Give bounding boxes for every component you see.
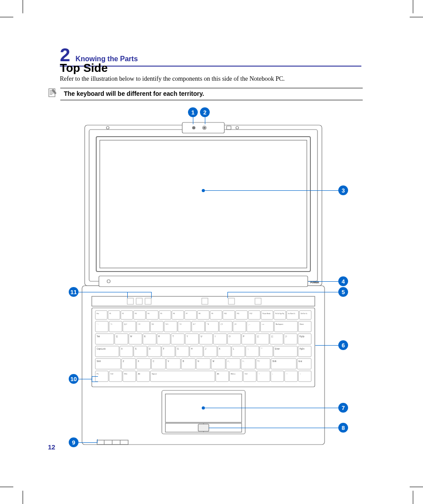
svg-text:@ 2: @ 2 bbox=[124, 323, 127, 325]
callout-2: 2 bbox=[200, 107, 210, 117]
crop-mark bbox=[23, 0, 23, 13]
svg-rect-18 bbox=[145, 298, 151, 304]
svg-text:M: M bbox=[212, 360, 214, 362]
svg-text:Z: Z bbox=[123, 360, 124, 362]
svg-text:Tab: Tab bbox=[97, 335, 100, 338]
svg-text:Q: Q bbox=[116, 335, 118, 338]
callout-3: 3 bbox=[338, 185, 348, 195]
svg-text:F5: F5 bbox=[161, 313, 162, 315]
svg-text:Del Scr Lk: Del Scr Lk bbox=[301, 313, 307, 315]
svg-text:Ctrl: Ctrl bbox=[245, 373, 247, 375]
crop-mark bbox=[413, 491, 413, 504]
svg-rect-69 bbox=[178, 321, 191, 332]
svg-text:Home: Home bbox=[300, 323, 304, 325]
svg-text:Esc: Esc bbox=[97, 313, 99, 315]
svg-rect-37 bbox=[184, 311, 196, 319]
svg-text:CapsLock: CapsLock bbox=[97, 348, 106, 350]
crop-mark bbox=[413, 0, 413, 13]
laptop-diagram: POWER EscF1F2F3F4F5F6F7F8F9F10F11F12Paus… bbox=[60, 106, 361, 448]
section-title: Top Side bbox=[60, 61, 108, 75]
callout-9: 9 bbox=[69, 437, 78, 447]
leader-line bbox=[92, 382, 98, 382]
svg-rect-75 bbox=[219, 321, 232, 332]
svg-rect-35 bbox=[172, 311, 184, 319]
svg-text:↓: ↓ bbox=[272, 373, 273, 375]
leader-line bbox=[127, 292, 128, 298]
svg-rect-65 bbox=[150, 321, 163, 332]
callout-5: 5 bbox=[338, 287, 348, 297]
leader-line bbox=[193, 116, 193, 124]
svg-text:Prt Sc Sys Rq: Prt Sc Sys Rq bbox=[275, 313, 284, 315]
svg-text:) 0: ) 0 bbox=[235, 323, 236, 325]
svg-text:Space: Space bbox=[152, 373, 157, 375]
svg-text:PgUp: PgUp bbox=[299, 335, 305, 338]
svg-text:* 8: * 8 bbox=[207, 323, 208, 325]
svg-text:J: J bbox=[205, 348, 206, 350]
svg-text:F: F bbox=[163, 348, 164, 350]
crop-mark bbox=[0, 17, 13, 17]
callout-6: 6 bbox=[338, 340, 348, 350]
svg-text:V: V bbox=[168, 360, 169, 362]
svg-text:I: I bbox=[215, 335, 215, 338]
svg-rect-33 bbox=[159, 311, 171, 319]
leader-line bbox=[308, 281, 338, 282]
svg-text:G: G bbox=[177, 348, 179, 350]
svg-rect-31 bbox=[146, 311, 158, 319]
svg-rect-51 bbox=[274, 311, 286, 319]
leader-line bbox=[78, 442, 97, 443]
leader-line bbox=[205, 116, 205, 124]
leader-line bbox=[204, 408, 338, 408]
svg-text:F7: F7 bbox=[186, 313, 188, 315]
svg-rect-53 bbox=[287, 311, 299, 319]
svg-text:Shift: Shift bbox=[97, 360, 101, 362]
svg-text:? /: ? / bbox=[258, 360, 260, 362]
svg-text:U: U bbox=[201, 335, 202, 338]
svg-text:X: X bbox=[138, 360, 139, 362]
crop-mark bbox=[410, 487, 423, 487]
svg-text:: ;: : ; bbox=[247, 348, 249, 350]
svg-rect-57 bbox=[95, 321, 108, 332]
svg-text:F11: F11 bbox=[237, 313, 239, 315]
svg-rect-103 bbox=[213, 334, 227, 344]
svg-text:% 5: % 5 bbox=[165, 323, 168, 325]
svg-rect-199 bbox=[198, 424, 209, 431]
svg-text:S: S bbox=[135, 348, 137, 350]
callout-7: 7 bbox=[338, 403, 348, 413]
svg-rect-77 bbox=[233, 321, 246, 332]
svg-rect-79 bbox=[247, 321, 260, 332]
svg-rect-29 bbox=[133, 311, 145, 319]
leader-line bbox=[227, 292, 338, 292]
svg-rect-19 bbox=[202, 298, 208, 304]
section-intro: Refer to the illustration below to ident… bbox=[60, 75, 285, 83]
svg-rect-13 bbox=[99, 276, 308, 287]
svg-text:B: B bbox=[183, 360, 184, 362]
svg-text:Menu: Menu bbox=[231, 373, 235, 375]
callout-11: 11 bbox=[69, 287, 78, 297]
svg-text:←: ← bbox=[258, 373, 260, 375]
svg-text:Backspace: Backspace bbox=[276, 323, 283, 325]
callout-8: 8 bbox=[338, 423, 348, 433]
svg-text:A: A bbox=[121, 348, 122, 350]
leader-line bbox=[315, 345, 338, 346]
svg-text:N: N bbox=[198, 360, 199, 362]
svg-rect-11 bbox=[100, 140, 307, 268]
leader-line bbox=[97, 439, 98, 443]
manual-page: 2 Knowing the Parts Top Side Refer to th… bbox=[0, 0, 423, 504]
svg-text:+ =: + = bbox=[262, 323, 264, 325]
svg-rect-41 bbox=[210, 311, 222, 319]
leader-line bbox=[204, 190, 338, 191]
leader-line bbox=[78, 292, 127, 292]
svg-text:E: E bbox=[144, 335, 145, 338]
leader-line bbox=[151, 292, 152, 298]
leader-line bbox=[227, 292, 228, 298]
svg-rect-45 bbox=[235, 311, 247, 319]
svg-point-4 bbox=[192, 126, 195, 129]
svg-point-6 bbox=[204, 127, 205, 129]
svg-text:& 7: & 7 bbox=[193, 323, 195, 325]
page-number: 12 bbox=[48, 443, 55, 451]
svg-rect-67 bbox=[164, 321, 177, 332]
svg-rect-43 bbox=[223, 311, 235, 319]
svg-text:F6: F6 bbox=[173, 313, 175, 315]
svg-text:H: H bbox=[191, 348, 192, 350]
svg-text:P: P bbox=[243, 335, 244, 338]
